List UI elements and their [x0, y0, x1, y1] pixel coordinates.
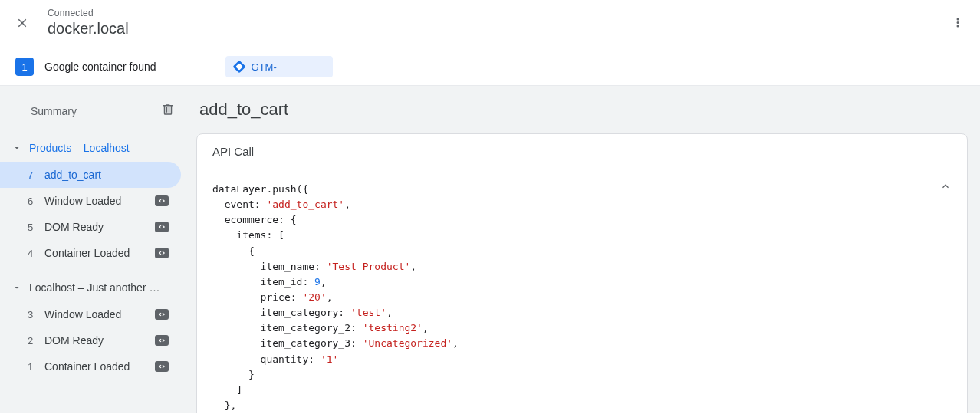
connection-host: docker.local	[48, 18, 129, 38]
collapse-button[interactable]	[939, 180, 952, 195]
summary-row[interactable]: Summary	[0, 95, 187, 127]
subheader-bar: 1 Google container found GTM-	[0, 48, 980, 86]
event-item[interactable]: 7add_to_cart	[0, 162, 181, 188]
event-name: Container Loaded	[44, 360, 155, 373]
more-vert-icon	[951, 16, 965, 30]
event-number: 2	[28, 335, 44, 347]
connected-label: Connected	[48, 8, 129, 18]
code-badge-icon	[155, 222, 169, 232]
event-name: add_to_cart	[44, 169, 169, 181]
section-title: Products – Localhost	[29, 142, 130, 154]
connection-block: Connected docker.local	[48, 8, 129, 38]
section-header[interactable]: Products – Localhost	[0, 134, 187, 162]
chevron-up-icon	[939, 180, 952, 192]
event-item[interactable]: 2DOM Ready	[0, 327, 181, 353]
event-number: 5	[28, 222, 44, 233]
event-item[interactable]: 1Container Loaded	[0, 353, 181, 380]
summary-label: Summary	[31, 105, 77, 117]
event-number: 7	[28, 169, 44, 181]
header-bar: Connected docker.local	[0, 0, 980, 48]
card-header: API Call	[197, 134, 967, 169]
code-badge-icon	[155, 335, 169, 346]
body-layout: Summary Products – Localhost7add_to_cart…	[0, 86, 980, 413]
event-item[interactable]: 4Container Loaded	[0, 240, 181, 266]
event-number: 6	[28, 196, 44, 207]
code-block: dataLayer.push({ event: 'add_to_cart', e…	[212, 182, 952, 413]
event-item[interactable]: 6Window Loaded	[0, 188, 181, 214]
event-item[interactable]: 3Window Loaded	[0, 301, 181, 327]
chevron-down-icon	[12, 283, 21, 292]
section-title: Localhost – Just another …	[29, 281, 159, 294]
close-icon	[15, 16, 29, 30]
sidebar: Summary Products – Localhost7add_to_cart…	[0, 86, 187, 413]
clear-events-button[interactable]	[161, 103, 175, 119]
section-header[interactable]: Localhost – Just another …	[0, 274, 187, 301]
gtm-container-chip[interactable]: GTM-	[225, 56, 333, 77]
event-name: DOM Ready	[44, 334, 155, 347]
trash-icon	[161, 103, 175, 117]
more-menu-button[interactable]	[951, 16, 965, 32]
event-name: DOM Ready	[44, 221, 155, 233]
gtm-icon	[233, 61, 245, 73]
code-badge-icon	[155, 248, 169, 258]
event-number: 3	[28, 309, 44, 320]
event-number: 4	[28, 248, 44, 259]
card-body: dataLayer.push({ event: 'add_to_cart', e…	[197, 169, 967, 413]
event-name: Container Loaded	[44, 247, 155, 259]
code-badge-icon	[155, 196, 169, 206]
main-panel: add_to_cart API Call dataLayer.push({ ev…	[187, 86, 980, 413]
container-count-badge: 1	[15, 58, 34, 76]
code-badge-icon	[155, 361, 169, 372]
event-name: Window Loaded	[44, 195, 155, 207]
chevron-down-icon	[12, 143, 21, 153]
gtm-chip-label: GTM-	[252, 61, 277, 73]
event-item[interactable]: 5DOM Ready	[0, 214, 181, 240]
api-call-card: API Call dataLayer.push({ event: 'add_to…	[196, 133, 968, 413]
page-title: add_to_cart	[199, 100, 968, 120]
event-name: Window Loaded	[44, 308, 155, 320]
event-number: 1	[28, 361, 44, 373]
container-found-text: Google container found	[44, 61, 156, 73]
code-badge-icon	[155, 309, 169, 320]
close-button[interactable]	[15, 16, 29, 30]
